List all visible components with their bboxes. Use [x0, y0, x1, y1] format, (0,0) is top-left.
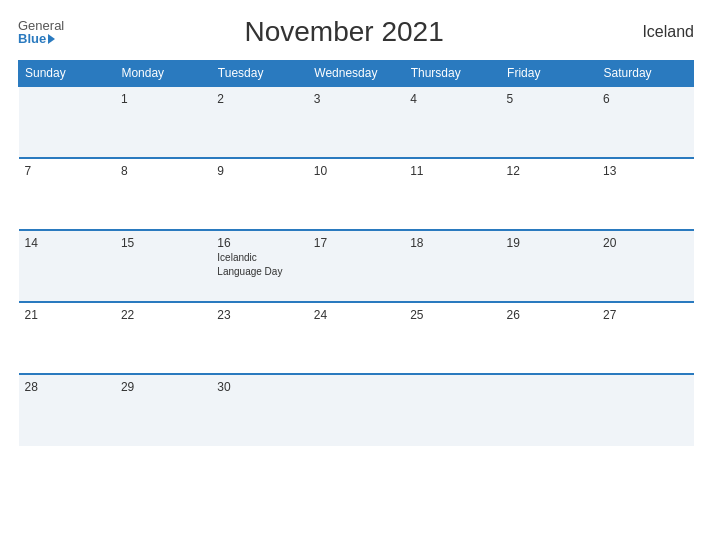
calendar-day-cell: 4	[404, 86, 500, 158]
header-tuesday: Tuesday	[211, 61, 307, 87]
calendar-day-cell: 29	[115, 374, 211, 446]
calendar-week-row: 141516Icelandic Language Day17181920	[19, 230, 694, 302]
calendar-week-row: 123456	[19, 86, 694, 158]
calendar-day-cell: 13	[597, 158, 693, 230]
calendar-container: General Blue November 2021 Iceland Sunda…	[0, 0, 712, 550]
day-number: 20	[603, 236, 687, 250]
calendar-day-cell: 11	[404, 158, 500, 230]
day-number: 9	[217, 164, 301, 178]
calendar-day-cell	[597, 374, 693, 446]
day-number: 7	[25, 164, 109, 178]
event-label: Icelandic Language Day	[217, 252, 282, 277]
header-monday: Monday	[115, 61, 211, 87]
day-number: 16	[217, 236, 301, 250]
calendar-day-cell: 7	[19, 158, 115, 230]
logo: General Blue	[18, 19, 64, 45]
header-sunday: Sunday	[19, 61, 115, 87]
calendar-day-cell: 5	[501, 86, 597, 158]
calendar-week-row: 21222324252627	[19, 302, 694, 374]
calendar-day-cell: 15	[115, 230, 211, 302]
calendar-week-row: 78910111213	[19, 158, 694, 230]
day-number: 28	[25, 380, 109, 394]
day-number: 18	[410, 236, 494, 250]
day-number: 24	[314, 308, 398, 322]
day-number: 25	[410, 308, 494, 322]
day-number: 29	[121, 380, 205, 394]
calendar-day-cell	[308, 374, 404, 446]
day-number: 2	[217, 92, 301, 106]
calendar-day-cell	[501, 374, 597, 446]
calendar-day-cell: 30	[211, 374, 307, 446]
calendar-day-cell: 14	[19, 230, 115, 302]
calendar-day-cell: 22	[115, 302, 211, 374]
calendar-day-cell: 6	[597, 86, 693, 158]
calendar-day-cell: 28	[19, 374, 115, 446]
header-thursday: Thursday	[404, 61, 500, 87]
calendar-day-cell: 20	[597, 230, 693, 302]
day-number: 10	[314, 164, 398, 178]
logo-blue-text: Blue	[18, 32, 55, 45]
header-wednesday: Wednesday	[308, 61, 404, 87]
weekday-header-row: Sunday Monday Tuesday Wednesday Thursday…	[19, 61, 694, 87]
calendar-day-cell: 25	[404, 302, 500, 374]
day-number: 5	[507, 92, 591, 106]
calendar-day-cell: 26	[501, 302, 597, 374]
header-saturday: Saturday	[597, 61, 693, 87]
day-number: 30	[217, 380, 301, 394]
day-number: 26	[507, 308, 591, 322]
calendar-table: Sunday Monday Tuesday Wednesday Thursday…	[18, 60, 694, 446]
calendar-day-cell: 27	[597, 302, 693, 374]
day-number: 3	[314, 92, 398, 106]
calendar-day-cell: 21	[19, 302, 115, 374]
day-number: 13	[603, 164, 687, 178]
calendar-day-cell: 23	[211, 302, 307, 374]
calendar-header: General Blue November 2021 Iceland	[18, 16, 694, 48]
calendar-day-cell: 2	[211, 86, 307, 158]
day-number: 4	[410, 92, 494, 106]
calendar-day-cell: 12	[501, 158, 597, 230]
calendar-day-cell: 17	[308, 230, 404, 302]
day-number: 11	[410, 164, 494, 178]
day-number: 19	[507, 236, 591, 250]
day-number: 15	[121, 236, 205, 250]
calendar-day-cell: 8	[115, 158, 211, 230]
calendar-day-cell: 24	[308, 302, 404, 374]
day-number: 21	[25, 308, 109, 322]
calendar-day-cell: 18	[404, 230, 500, 302]
calendar-week-row: 282930	[19, 374, 694, 446]
day-number: 12	[507, 164, 591, 178]
calendar-day-cell: 16Icelandic Language Day	[211, 230, 307, 302]
calendar-day-cell	[404, 374, 500, 446]
calendar-day-cell	[19, 86, 115, 158]
day-number: 8	[121, 164, 205, 178]
day-number: 22	[121, 308, 205, 322]
day-number: 6	[603, 92, 687, 106]
calendar-day-cell: 9	[211, 158, 307, 230]
calendar-day-cell: 19	[501, 230, 597, 302]
logo-triangle-icon	[48, 34, 55, 44]
day-number: 14	[25, 236, 109, 250]
day-number: 23	[217, 308, 301, 322]
day-number: 27	[603, 308, 687, 322]
day-number: 17	[314, 236, 398, 250]
day-number: 1	[121, 92, 205, 106]
calendar-title: November 2021	[64, 16, 624, 48]
country-label: Iceland	[624, 23, 694, 41]
calendar-day-cell: 10	[308, 158, 404, 230]
calendar-day-cell: 1	[115, 86, 211, 158]
calendar-day-cell: 3	[308, 86, 404, 158]
header-friday: Friday	[501, 61, 597, 87]
